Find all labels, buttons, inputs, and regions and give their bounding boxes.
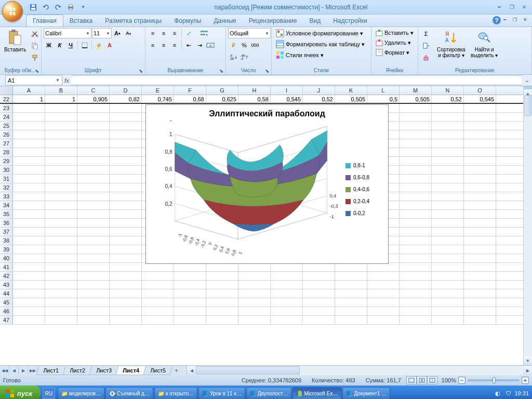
cell[interactable] bbox=[271, 289, 303, 298]
cell[interactable] bbox=[271, 316, 303, 324]
cell[interactable] bbox=[174, 272, 206, 280]
close-button[interactable]: ✕ bbox=[518, 3, 530, 12]
cell[interactable] bbox=[77, 272, 110, 280]
tab-layout[interactable]: Разметка страницы bbox=[99, 15, 168, 26]
cell[interactable] bbox=[77, 113, 110, 121]
fill-icon[interactable] bbox=[420, 40, 432, 51]
format-cells-button[interactable]: Формат ▾ bbox=[374, 48, 411, 57]
cell[interactable] bbox=[464, 175, 496, 183]
cell[interactable] bbox=[77, 192, 110, 201]
cell[interactable] bbox=[45, 130, 77, 139]
undo-icon[interactable] bbox=[41, 2, 51, 12]
cell[interactable] bbox=[400, 166, 432, 174]
hscroll-track[interactable] bbox=[196, 366, 523, 375]
cell[interactable] bbox=[110, 307, 142, 315]
cell[interactable] bbox=[77, 254, 110, 262]
align-right-icon[interactable]: ≡ bbox=[169, 40, 180, 50]
cell[interactable] bbox=[13, 210, 45, 218]
cell[interactable] bbox=[13, 263, 45, 271]
cell[interactable] bbox=[174, 289, 206, 298]
sheet-next-button[interactable]: ▶ bbox=[19, 366, 28, 375]
cell[interactable] bbox=[77, 219, 110, 227]
taskbar-button[interactable]: 📁моделиров… bbox=[58, 387, 104, 399]
taskbar-button[interactable]: 💽Съемный д… bbox=[105, 387, 153, 399]
cell[interactable] bbox=[77, 157, 110, 165]
taskbar-button[interactable]: 📘Документ1 … bbox=[342, 387, 390, 399]
cell[interactable] bbox=[13, 219, 45, 227]
cell[interactable] bbox=[45, 289, 77, 298]
taskbar-button[interactable]: 📁к открыто… bbox=[154, 387, 197, 399]
row-header[interactable]: 39 bbox=[0, 245, 13, 254]
cell[interactable] bbox=[45, 307, 77, 315]
cell[interactable] bbox=[142, 316, 174, 324]
tab-addins[interactable]: Надстройки bbox=[327, 15, 374, 26]
cell[interactable] bbox=[400, 228, 432, 236]
cell[interactable] bbox=[45, 254, 77, 262]
cell[interactable] bbox=[13, 183, 45, 192]
cell[interactable] bbox=[174, 298, 206, 307]
cell[interactable] bbox=[142, 263, 174, 271]
font-size-combo[interactable]: 11▼ bbox=[92, 28, 112, 38]
horizontal-scrollbar[interactable]: ◀ ▶ bbox=[187, 366, 532, 375]
italic-button[interactable]: К bbox=[55, 40, 65, 50]
start-button[interactable]: пуск bbox=[0, 385, 41, 399]
cell[interactable] bbox=[13, 175, 45, 183]
format-as-table-button[interactable]: Форматировать как таблицу ▾ bbox=[274, 39, 367, 49]
cell[interactable]: 0,52 bbox=[432, 95, 464, 103]
cell[interactable] bbox=[303, 272, 335, 280]
cell[interactable]: 0,68 bbox=[174, 95, 206, 103]
cell[interactable] bbox=[303, 281, 335, 289]
cell[interactable] bbox=[464, 289, 496, 298]
number-format-combo[interactable]: Общий▼ bbox=[228, 28, 271, 38]
cell[interactable] bbox=[271, 272, 303, 280]
cell[interactable] bbox=[174, 263, 206, 271]
cell[interactable] bbox=[464, 104, 496, 112]
cell[interactable] bbox=[45, 210, 77, 218]
cell[interactable] bbox=[432, 263, 464, 271]
cell[interactable] bbox=[110, 272, 142, 280]
cell[interactable] bbox=[110, 201, 142, 209]
hscroll-thumb[interactable] bbox=[196, 366, 300, 375]
office-button[interactable] bbox=[2, 1, 23, 22]
cell[interactable] bbox=[77, 316, 110, 324]
cell[interactable] bbox=[13, 122, 45, 130]
cell[interactable] bbox=[464, 263, 496, 271]
underline-button[interactable]: Ч bbox=[65, 40, 76, 50]
cell[interactable] bbox=[110, 183, 142, 192]
row-header[interactable]: 41 bbox=[0, 263, 13, 271]
cell[interactable] bbox=[110, 139, 142, 148]
cell[interactable] bbox=[77, 104, 110, 112]
cell[interactable] bbox=[367, 272, 400, 280]
paste-button[interactable]: Вставить bbox=[2, 28, 28, 54]
cell[interactable] bbox=[77, 183, 110, 192]
cell[interactable] bbox=[13, 113, 45, 121]
scroll-left-button[interactable]: ◀ bbox=[187, 366, 196, 375]
increase-font-icon[interactable]: A▴ bbox=[112, 28, 123, 38]
cell[interactable] bbox=[206, 281, 238, 289]
taskbar-button[interactable]: 📘Двуполост… bbox=[246, 387, 292, 399]
column-header[interactable]: E bbox=[142, 86, 174, 95]
row-header[interactable]: 34 bbox=[0, 201, 13, 209]
cell[interactable] bbox=[400, 122, 432, 130]
wb-close-button[interactable]: ✕ bbox=[521, 16, 530, 24]
select-all-corner[interactable] bbox=[0, 86, 13, 95]
cell[interactable] bbox=[432, 175, 464, 183]
cell[interactable] bbox=[432, 298, 464, 307]
qat-customize-icon[interactable]: ▼ bbox=[78, 2, 88, 12]
scroll-down-button[interactable]: ▼ bbox=[524, 356, 532, 365]
cell[interactable] bbox=[400, 183, 432, 192]
cell[interactable] bbox=[271, 263, 303, 271]
align-top-icon[interactable]: ≡ bbox=[148, 28, 158, 38]
cell[interactable] bbox=[400, 254, 432, 262]
increase-decimal-icon[interactable]: ,0,00 bbox=[228, 52, 238, 62]
cell[interactable] bbox=[13, 272, 45, 280]
tray-icon[interactable]: ◐ bbox=[494, 389, 502, 397]
cell[interactable] bbox=[464, 245, 496, 254]
taskbar-button[interactable]: 📘Урок в 11 к… bbox=[198, 387, 245, 399]
cell[interactable] bbox=[400, 113, 432, 121]
cell[interactable] bbox=[303, 316, 335, 324]
normal-view-button[interactable] bbox=[406, 376, 417, 384]
decrease-indent-icon[interactable]: ⇤ bbox=[183, 40, 194, 50]
cell[interactable] bbox=[400, 298, 432, 307]
cell[interactable] bbox=[77, 289, 110, 298]
